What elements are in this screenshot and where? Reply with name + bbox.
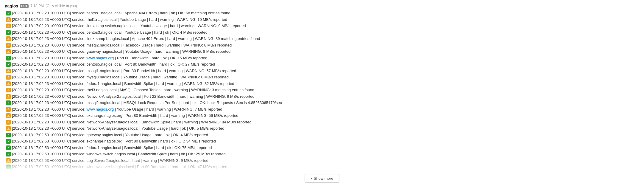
log-line: [2020-10-18 17:02:23 +0000 UTC] service:… bbox=[6, 74, 639, 80]
log-line: [2020-10-18 17:02:53 +0000 UTC] service:… bbox=[6, 132, 639, 138]
log-line: [2020-10-18 17:02:23 +0000 UTC] service:… bbox=[6, 49, 639, 55]
log-lines: [2020-10-18 17:02:23 +0000 UTC] service:… bbox=[5, 10, 639, 170]
log-line: [2020-10-18 17:02:53 +0000 UTC] service:… bbox=[6, 138, 639, 144]
ok-icon bbox=[6, 62, 11, 67]
log-line: [2020-10-18 17:02:23 +0000 UTC] service:… bbox=[6, 125, 639, 131]
log-line: [2020-10-18 17:02:23 +0000 UTC] service:… bbox=[6, 87, 639, 93]
show-more-container: ▾ Show more bbox=[5, 172, 639, 185]
log-text: [2020-10-18 17:02:23 +0000 UTC] service:… bbox=[12, 125, 224, 131]
warning-icon bbox=[6, 43, 11, 48]
ok-icon bbox=[6, 152, 11, 156]
log-text: [2020-10-18 17:02:23 +0000 UTC] service:… bbox=[12, 17, 227, 23]
warning-icon bbox=[6, 75, 11, 80]
log-line: [2020-10-18 17:02:23 +0000 UTC] service:… bbox=[6, 42, 639, 48]
log-text: [2020-10-18 17:02:23 +0000 UTC] service:… bbox=[12, 10, 230, 16]
log-container: [2020-10-18 17:02:23 +0000 UTC] service:… bbox=[5, 10, 639, 170]
log-text: [2020-10-18 17:02:23 +0000 UTC] service:… bbox=[12, 49, 230, 55]
log-line: [2020-10-18 17:02:53 +0000 UTC] service:… bbox=[6, 158, 639, 164]
warning-icon bbox=[6, 94, 11, 99]
warning-icon bbox=[6, 69, 11, 73]
log-text: [2020-10-18 17:02:23 +0000 UTC] service:… bbox=[12, 74, 229, 80]
warning-icon bbox=[6, 36, 11, 41]
visibility-note: (Only visible to you) bbox=[46, 4, 77, 8]
log-line: [2020-10-18 17:02:23 +0000 UTC] service:… bbox=[6, 55, 639, 61]
warning-icon bbox=[6, 158, 11, 163]
log-line: [2020-10-18 17:02:53 +0000 UTC] service:… bbox=[6, 145, 639, 151]
log-line: [2020-10-18 17:02:23 +0000 UTC] service:… bbox=[6, 10, 639, 16]
log-text: [2020-10-18 17:02:23 +0000 UTC] service:… bbox=[12, 55, 207, 61]
log-text: [2020-10-18 17:02:23 +0000 UTC] service:… bbox=[12, 119, 252, 125]
log-line: [2020-10-18 17:02:23 +0000 UTC] service:… bbox=[6, 113, 639, 119]
log-line: [2020-10-18 17:02:23 +0000 UTC] service:… bbox=[6, 106, 639, 112]
warning-icon bbox=[6, 17, 11, 22]
log-link[interactable]: www.nagios.org bbox=[86, 107, 114, 111]
ok-icon bbox=[6, 139, 11, 144]
warning-icon bbox=[6, 81, 11, 86]
log-text: [2020-10-18 17:02:23 +0000 UTC] service:… bbox=[12, 94, 255, 100]
log-text: [2020-10-18 17:02:23 +0000 UTC] service:… bbox=[12, 87, 254, 93]
warning-icon bbox=[6, 24, 11, 28]
log-text: [2020-10-18 17:02:23 +0000 UTC] service:… bbox=[12, 23, 246, 29]
bot-name: nagios bbox=[5, 4, 18, 8]
warning-icon bbox=[6, 113, 11, 118]
log-text: [2020-10-18 17:02:23 +0000 UTC] service:… bbox=[12, 61, 215, 67]
log-line: [2020-10-18 17:02:23 +0000 UTC] service:… bbox=[6, 30, 639, 35]
log-text: [2020-10-18 17:02:53 +0000 UTC] service:… bbox=[12, 164, 227, 170]
bot-badge: BOT bbox=[20, 4, 29, 8]
log-text: [2020-10-18 17:02:53 +0000 UTC] service:… bbox=[12, 145, 212, 151]
warning-icon bbox=[6, 126, 11, 131]
log-text: [2020-10-18 17:02:23 +0000 UTC] service:… bbox=[12, 106, 222, 112]
ok-icon bbox=[6, 133, 11, 137]
timestamp: 7:18 PM bbox=[30, 4, 44, 8]
show-more-button[interactable]: ▾ Show more bbox=[305, 174, 340, 183]
log-line: [2020-10-18 17:02:23 +0000 UTC] service:… bbox=[6, 61, 639, 67]
warning-icon bbox=[6, 107, 11, 112]
warning-icon bbox=[6, 120, 11, 125]
ok-icon bbox=[6, 165, 11, 169]
show-more-label: Show more bbox=[314, 176, 333, 181]
log-text: [2020-10-18 17:02:53 +0000 UTC] service:… bbox=[12, 151, 226, 157]
log-text: [2020-10-18 17:02:23 +0000 UTC] service:… bbox=[12, 81, 234, 87]
log-text: [2020-10-18 17:02:53 +0000 UTC] service:… bbox=[12, 138, 216, 144]
log-text: [2020-10-18 17:02:53 +0000 UTC] service:… bbox=[12, 132, 208, 138]
log-line: [2020-10-18 17:02:53 +0000 UTC] service:… bbox=[6, 151, 639, 157]
warning-icon bbox=[6, 88, 11, 92]
log-line: [2020-10-18 17:02:23 +0000 UTC] service:… bbox=[6, 94, 639, 100]
log-line: [2020-10-18 17:02:53 +0000 UTC] service:… bbox=[6, 164, 639, 170]
log-text: [2020-10-18 17:02:23 +0000 UTC] service:… bbox=[12, 30, 208, 35]
ok-icon bbox=[6, 100, 11, 105]
chat-container: nagios BOT 7:18 PM (Only visible to you)… bbox=[0, 0, 644, 186]
log-line: [2020-10-18 17:02:23 +0000 UTC] service:… bbox=[6, 100, 639, 106]
log-text: [2020-10-18 17:02:23 +0000 UTC] service:… bbox=[12, 113, 238, 119]
log-text: [2020-10-18 17:02:23 +0000 UTC] service:… bbox=[12, 68, 236, 74]
log-line: [2020-10-18 17:02:23 +0000 UTC] service:… bbox=[6, 36, 639, 42]
log-line: [2020-10-18 17:02:23 +0000 UTC] service:… bbox=[6, 68, 639, 74]
message-header: nagios BOT 7:18 PM (Only visible to you) bbox=[5, 4, 639, 8]
log-text: [2020-10-18 17:02:23 +0000 UTC] service:… bbox=[12, 100, 282, 106]
log-line: [2020-10-18 17:02:23 +0000 UTC] service:… bbox=[6, 81, 639, 87]
log-text: [2020-10-18 17:02:23 +0000 UTC] service:… bbox=[12, 36, 260, 42]
ok-icon bbox=[6, 56, 11, 61]
log-line: [2020-10-18 17:02:23 +0000 UTC] service:… bbox=[6, 119, 639, 125]
log-text: [2020-10-18 17:02:53 +0000 UTC] service:… bbox=[12, 158, 208, 164]
warning-icon bbox=[6, 49, 11, 54]
ok-icon bbox=[6, 30, 11, 35]
log-line: [2020-10-18 17:02:23 +0000 UTC] service:… bbox=[6, 17, 639, 23]
log-line: [2020-10-18 17:02:23 +0000 UTC] service:… bbox=[6, 23, 639, 29]
ok-icon bbox=[6, 11, 11, 16]
log-link[interactable]: www.nagios.org bbox=[86, 56, 114, 60]
ok-icon bbox=[6, 145, 11, 150]
log-text: [2020-10-18 17:02:23 +0000 UTC] service:… bbox=[12, 42, 232, 48]
chevron-down-icon: ▾ bbox=[311, 176, 313, 180]
